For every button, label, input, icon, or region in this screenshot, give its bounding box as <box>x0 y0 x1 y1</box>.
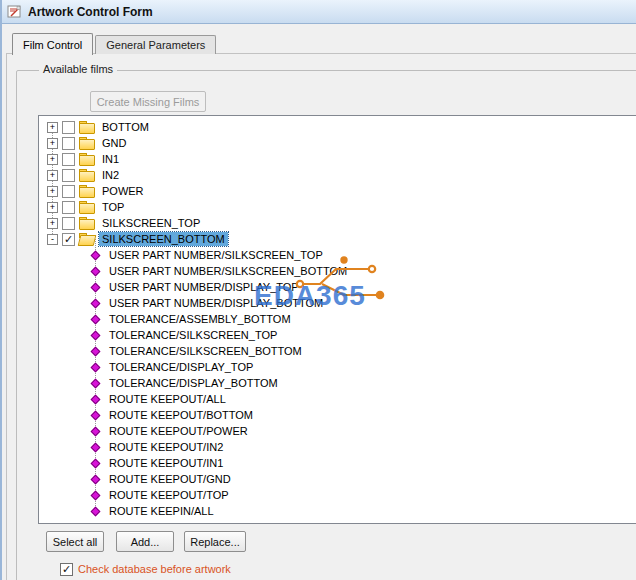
film-label[interactable]: GND <box>99 136 129 150</box>
subclass-icon <box>91 362 101 372</box>
title-bar[interactable]: Artwork Control Form <box>2 0 636 24</box>
tree-item-row: ROUTE KEEPOUT/POWER <box>39 423 636 439</box>
tree-folder-row: + BOTTOM <box>39 119 636 135</box>
expand-toggle[interactable]: + <box>47 154 58 165</box>
film-checkbox[interactable] <box>62 153 75 166</box>
film-label-selected[interactable]: SILKSCREEN_BOTTOM <box>99 232 228 246</box>
subclass-label[interactable]: TOLERANCE/DISPLAY_TOP <box>106 360 256 374</box>
film-checkbox[interactable] <box>62 137 75 150</box>
tree-item-row: USER PART NUMBER/DISPLAY_BOTTOM <box>39 295 636 311</box>
subclass-label[interactable]: ROUTE KEEPOUT/IN1 <box>106 456 226 470</box>
tree-folder-row: + POWER <box>39 183 636 199</box>
subclass-label[interactable]: ROUTE KEEPOUT/IN2 <box>106 440 226 454</box>
subclass-icon <box>91 330 101 340</box>
subclass-label[interactable]: ROUTE KEEPOUT/ALL <box>106 392 229 406</box>
replace-button[interactable]: Replace... <box>184 531 246 552</box>
subclass-label[interactable]: TOLERANCE/SILKSCREEN_BOTTOM <box>106 344 305 358</box>
window-title: Artwork Control Form <box>28 5 153 19</box>
subclass-icon <box>91 346 101 356</box>
tree-folder-row-selected: - ✓ SILKSCREEN_BOTTOM <box>39 231 636 247</box>
tree-item-row: ROUTE KEEPOUT/TOP <box>39 487 636 503</box>
film-checkbox[interactable] <box>62 121 75 134</box>
group-label: Available films <box>39 63 117 75</box>
tree-item-row: USER PART NUMBER/DISPLAY_TOP <box>39 279 636 295</box>
subclass-icon <box>91 394 101 404</box>
select-all-button[interactable]: Select all <box>46 531 104 552</box>
film-checkbox-checked[interactable]: ✓ <box>62 233 75 246</box>
subclass-icon <box>91 442 101 452</box>
film-label[interactable]: IN2 <box>99 168 122 182</box>
folder-icon <box>79 217 95 229</box>
app-icon <box>7 4 22 19</box>
tab-film-control[interactable]: Film Control <box>12 33 93 55</box>
open-folder-icon <box>79 233 95 245</box>
films-tree[interactable]: + BOTTOM + GND + IN1 + IN2 <box>38 115 636 524</box>
tree-item-row: ROUTE KEEPIN/ALL <box>39 503 636 519</box>
expand-toggle[interactable]: + <box>47 218 58 229</box>
subclass-icon <box>91 490 101 500</box>
expand-toggle[interactable]: + <box>47 138 58 149</box>
tree-item-row: USER PART NUMBER/SILKSCREEN_TOP <box>39 247 636 263</box>
tree-item-row: TOLERANCE/DISPLAY_BOTTOM <box>39 375 636 391</box>
film-checkbox[interactable] <box>62 169 75 182</box>
tab-general-parameters[interactable]: General Parameters <box>95 35 216 54</box>
tree-folder-row: + IN2 <box>39 167 636 183</box>
film-label[interactable]: BOTTOM <box>99 120 152 134</box>
folder-icon <box>79 169 95 181</box>
tree-folder-row: + TOP <box>39 199 636 215</box>
collapse-toggle[interactable]: - <box>47 234 58 245</box>
subclass-icon <box>91 506 101 516</box>
subclass-label[interactable]: ROUTE KEEPOUT/GND <box>106 472 234 486</box>
subclass-label[interactable]: TOLERANCE/DISPLAY_BOTTOM <box>106 376 281 390</box>
expand-toggle[interactable]: + <box>47 186 58 197</box>
tree-item-row: TOLERANCE/SILKSCREEN_TOP <box>39 327 636 343</box>
film-checkbox[interactable] <box>62 217 75 230</box>
tree-folder-row: + IN1 <box>39 151 636 167</box>
film-label[interactable]: POWER <box>99 184 147 198</box>
create-missing-films-button[interactable]: Create Missing Films <box>90 91 206 112</box>
subclass-icon <box>91 426 101 436</box>
subclass-icon <box>91 282 101 292</box>
film-checkbox[interactable] <box>62 201 75 214</box>
add-button[interactable]: Add... <box>116 531 174 552</box>
subclass-label[interactable]: USER PART NUMBER/DISPLAY_BOTTOM <box>106 296 326 310</box>
subclass-label[interactable]: USER PART NUMBER/SILKSCREEN_TOP <box>106 248 326 262</box>
check-database-label[interactable]: Check database before artwork <box>78 563 231 575</box>
film-label[interactable]: SILKSCREEN_TOP <box>99 216 203 230</box>
tab-strip: Film Control General Parameters <box>12 30 218 54</box>
subclass-label[interactable]: ROUTE KEEPOUT/BOTTOM <box>106 408 256 422</box>
expand-toggle[interactable]: + <box>47 170 58 181</box>
subclass-icon <box>91 378 101 388</box>
subclass-icon <box>91 474 101 484</box>
tree-folder-row: + SILKSCREEN_TOP <box>39 215 636 231</box>
film-label[interactable]: TOP <box>99 200 127 214</box>
tree-item-row: ROUTE KEEPOUT/GND <box>39 471 636 487</box>
subclass-icon <box>91 410 101 420</box>
tree-item-row: ROUTE KEEPOUT/IN2 <box>39 439 636 455</box>
subclass-label[interactable]: ROUTE KEEPOUT/POWER <box>106 424 251 438</box>
subclass-label[interactable]: USER PART NUMBER/SILKSCREEN_BOTTOM <box>106 264 350 278</box>
tree-item-row: TOLERANCE/DISPLAY_TOP <box>39 359 636 375</box>
artwork-control-form-window: Artwork Control Form Film Control Genera… <box>0 0 636 580</box>
tree-folder-row: + GND <box>39 135 636 151</box>
subclass-label[interactable]: ROUTE KEEPIN/ALL <box>106 504 217 518</box>
film-label[interactable]: IN1 <box>99 152 122 166</box>
tree-item-row: TOLERANCE/ASSEMBLY_BOTTOM <box>39 311 636 327</box>
tree-rows: + BOTTOM + GND + IN1 + IN2 <box>39 116 636 519</box>
folder-icon <box>79 137 95 149</box>
tree-item-row: ROUTE KEEPOUT/IN1 <box>39 455 636 471</box>
folder-icon <box>79 121 95 133</box>
subclass-label[interactable]: ROUTE KEEPOUT/TOP <box>106 488 232 502</box>
subclass-label[interactable]: TOLERANCE/SILKSCREEN_TOP <box>106 328 280 342</box>
folder-icon <box>79 153 95 165</box>
expand-toggle[interactable]: + <box>47 122 58 133</box>
tree-item-row: USER PART NUMBER/SILKSCREEN_BOTTOM <box>39 263 636 279</box>
check-database-checkbox[interactable]: ✓ <box>60 563 73 576</box>
subclass-label[interactable]: TOLERANCE/ASSEMBLY_BOTTOM <box>106 312 294 326</box>
subclass-label[interactable]: USER PART NUMBER/DISPLAY_TOP <box>106 280 302 294</box>
film-checkbox[interactable] <box>62 185 75 198</box>
expand-toggle[interactable]: + <box>47 202 58 213</box>
subclass-icon <box>91 298 101 308</box>
subclass-icon <box>91 250 101 260</box>
subclass-icon <box>91 314 101 324</box>
